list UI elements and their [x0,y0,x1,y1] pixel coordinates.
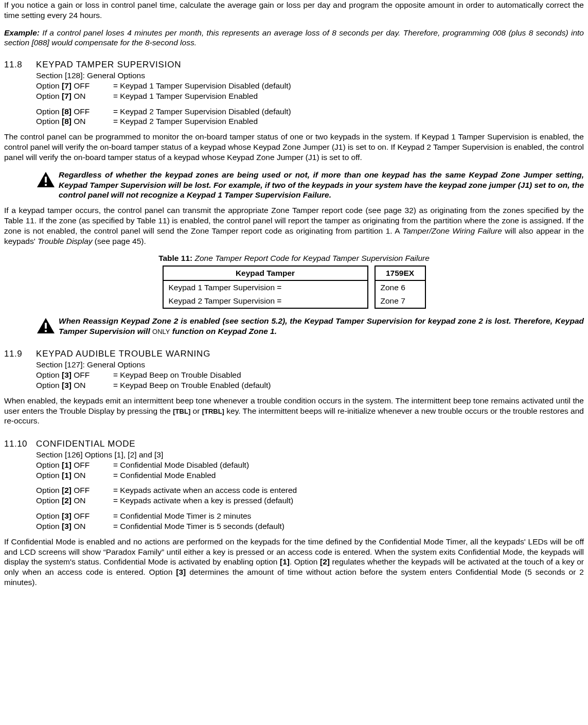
intro-example: Example: If a control panel loses 4 minu… [4,28,584,48]
section-number: 11.10 [4,438,36,450]
section-title: KEYPAD AUDIBLE TROUBLE WARNING [36,348,210,360]
svg-rect-5 [45,330,47,332]
table-caption: Table 11: Zone Tamper Report Code for Ke… [4,253,584,263]
option-line: Option [1] ON= Confidential Mode Enabled [36,470,584,481]
table-11: Keypad Tamper Keypad 1 Tamper Supervisio… [4,266,584,308]
section-line: Section [126] Options [1], [2] and [3] [36,450,584,460]
section-number: 11.9 [4,348,36,360]
section-line: Section [128]: General Options [36,70,584,81]
warning-text: When Reassign Keypad Zone 2 is enabled (… [59,316,584,337]
table-cell: Keypad 1 Tamper Supervision = [163,280,368,294]
option-line: Option [3] OFF= Confidential Mode Timer … [36,511,584,521]
option-line: Option [2] ON= Keypads activate when a k… [36,496,584,506]
option-line: Option [3] ON= Keypad Beep on Trouble En… [36,380,584,391]
s1110-paragraph: If Confidential Mode is enabled and no a… [4,537,584,588]
warning-icon [36,316,59,334]
option-line: Option [1] OFF= Confidential Mode Disabl… [36,460,584,470]
section-number: 11.8 [4,59,36,70]
section-11-9-header: 11.9 KEYPAD AUDIBLE TROUBLE WARNING [4,348,584,360]
option-line: Option [3] OFF= Keypad Beep on Trouble D… [36,370,584,380]
section-11-8-header: 11.8 KEYPAD TAMPER SUPERVISION [4,59,584,70]
warning-block-2: When Reassign Keypad Zone 2 is enabled (… [36,316,584,337]
option-line: Option [7] ON= Keypad 1 Tamper Supervisi… [36,91,584,101]
intro-paragraph-time-adjust: If you notice a gain or loss in control … [4,0,584,21]
table-cell: Zone 6 [375,280,425,294]
warning-icon [36,170,59,188]
table-caption-text: Zone Tamper Report Code for Keypad Tampe… [195,254,430,262]
svg-rect-4 [45,323,47,328]
s118-paragraph-2: If a keypad tamper occurs, the control p… [4,205,584,246]
option-line: Option [7] OFF= Keypad 1 Tamper Supervis… [36,81,584,91]
warning-text: Regardless of whether the keypad zones a… [59,170,584,200]
svg-rect-1 [45,176,47,182]
section-11-10-header: 11.10 CONFIDENTIAL MODE [4,438,584,450]
table-header: 1759EX [375,266,425,280]
table-cell: Zone 7 [375,294,425,308]
table-header: Keypad Tamper [163,266,368,280]
table-keypad-tamper: Keypad Tamper Keypad 1 Tamper Supervisio… [163,266,368,308]
option-line: Option [8] OFF= Keypad 2 Tamper Supervis… [36,107,584,117]
section-title: CONFIDENTIAL MODE [36,438,135,450]
option-line: Option [3] ON= Confidential Mode Timer i… [36,521,584,532]
option-line: Option [2] OFF= Keypads activate when an… [36,485,584,496]
example-text: If a control panel loses 4 minutes per m… [4,28,584,47]
option-line: Option [8] ON= Keypad 2 Tamper Supervisi… [36,116,584,127]
warning-block-1: Regardless of whether the keypad zones a… [36,170,584,200]
svg-rect-2 [45,184,47,186]
section-title: KEYPAD TAMPER SUPERVISION [36,59,181,70]
example-label: Example: [4,28,40,37]
s118-paragraph-1: The control panel can be programmed to m… [4,132,584,162]
section-line: Section [127]: General Options [36,360,584,370]
table-caption-label: Table 11: [158,254,194,262]
table-1759ex: 1759EX Zone 6 Zone 7 [375,266,426,308]
s119-paragraph: When enabled, the keypads emit an interm… [4,396,584,426]
table-cell: Keypad 2 Tamper Supervision = [163,294,368,308]
